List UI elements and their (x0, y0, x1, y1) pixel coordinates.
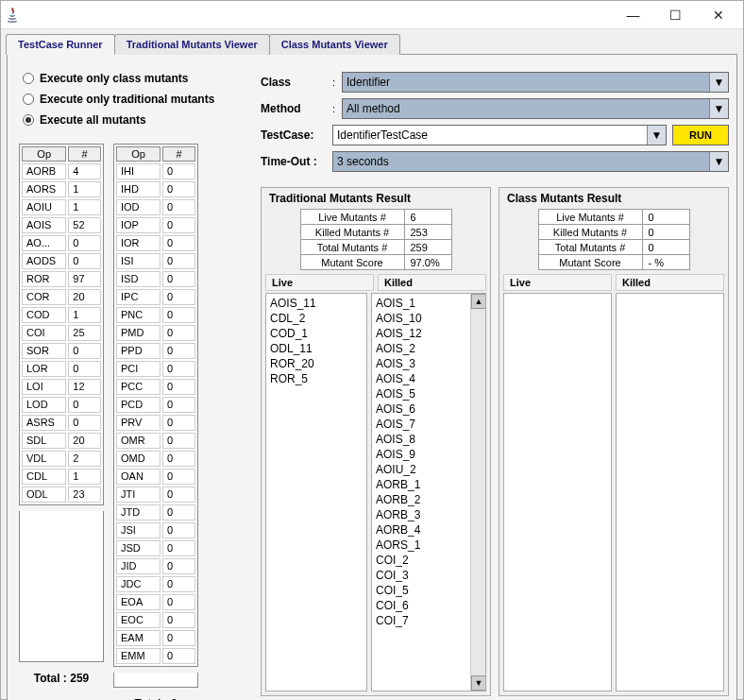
table-row[interactable]: LOI12 (22, 379, 101, 395)
radio-all-mutants[interactable]: Execute all mutants (23, 113, 251, 127)
op-header[interactable]: Op (22, 146, 66, 162)
tab-class-mutants-viewer[interactable]: Class Mutants Viewer (269, 34, 400, 55)
table-row[interactable]: EOA0 (116, 594, 195, 610)
list-item[interactable]: AOIS_1 (376, 296, 468, 311)
list-item[interactable]: AOIS_4 (376, 371, 468, 386)
timeout-combo[interactable]: 3 seconds ▼ (332, 151, 729, 172)
scroll-down-icon[interactable]: ▼ (471, 675, 486, 691)
table-row[interactable]: OMD0 (116, 451, 195, 467)
list-item[interactable]: AORB_2 (376, 492, 468, 507)
radio-only-traditional[interactable]: Execute only traditional mutants (23, 93, 251, 106)
table-row[interactable]: JSI0 (116, 522, 195, 538)
table-row[interactable]: JSD0 (116, 540, 195, 556)
table-row[interactable]: CDL1 (22, 469, 101, 485)
list-item[interactable]: AORB_4 (376, 522, 468, 538)
testcase-combo[interactable]: IdentifierTestCase ▼ (332, 125, 667, 145)
table-row[interactable]: IOD0 (116, 199, 195, 215)
class-killed-list[interactable] (616, 293, 724, 691)
list-item[interactable]: ROR_20 (270, 356, 363, 371)
table-row[interactable]: COR20 (22, 289, 101, 305)
table-row[interactable]: LOD0 (22, 397, 101, 413)
scrollbar[interactable]: ▲ ▼ (470, 294, 485, 691)
table-row[interactable]: JDC0 (116, 576, 195, 592)
class-combo[interactable]: Identifier ▼ (342, 72, 729, 93)
table-row[interactable]: AO...0 (22, 235, 101, 251)
table-row[interactable]: AOIS52 (22, 217, 101, 233)
list-item[interactable]: AOIS_10 (376, 311, 468, 326)
list-item[interactable]: AOIS_7 (376, 417, 468, 432)
table-row[interactable]: IHI0 (116, 163, 195, 179)
table-row[interactable]: EAM0 (116, 630, 195, 646)
table-row[interactable]: PPD0 (116, 343, 195, 359)
list-item[interactable]: AOIS_8 (376, 432, 468, 447)
table-row[interactable]: LOR0 (22, 361, 101, 377)
traditional-live-list[interactable]: AOIS_11CDL_2COD_1ODL_11ROR_20ROR_5 (265, 293, 367, 691)
list-item[interactable]: ODL_11 (270, 341, 363, 356)
table-row[interactable]: ROR97 (22, 271, 101, 287)
table-row[interactable]: PCD0 (116, 397, 195, 413)
list-item[interactable]: AORB_3 (376, 507, 468, 522)
table-row[interactable]: ASRS0 (22, 415, 101, 431)
tab-traditional-mutants-viewer[interactable]: Traditional Mutants Viewer (114, 34, 270, 55)
list-item[interactable]: AOIU_2 (376, 462, 468, 477)
table-row[interactable]: OMR0 (116, 433, 195, 449)
table-row[interactable]: PCI0 (116, 361, 195, 377)
count-header[interactable]: # (68, 146, 101, 162)
method-combo[interactable]: All method ▼ (342, 98, 729, 119)
table-row[interactable]: SOR0 (22, 343, 101, 359)
table-row[interactable]: AOIU1 (22, 199, 101, 215)
table-row[interactable]: IPC0 (116, 289, 195, 305)
table-row[interactable]: JTD0 (116, 504, 195, 521)
table-row[interactable]: JID0 (116, 558, 195, 574)
table-row[interactable]: ISD0 (116, 271, 195, 287)
minimize-button[interactable]: — (612, 1, 654, 29)
class-live-list[interactable] (503, 293, 612, 691)
table-row[interactable]: PCC0 (116, 379, 195, 395)
list-item[interactable]: AORS_1 (376, 538, 468, 553)
table-row[interactable]: JTI0 (116, 487, 195, 503)
list-item[interactable]: COI_2 (376, 553, 468, 568)
tab-testcase-runner[interactable]: TestCase Runner (6, 34, 115, 55)
table-row[interactable]: EOC0 (116, 612, 195, 628)
table-row[interactable]: AORB4 (22, 163, 101, 179)
scroll-up-icon[interactable]: ▲ (471, 294, 486, 309)
list-item[interactable]: COI_7 (376, 613, 468, 628)
table-row[interactable]: AODS0 (22, 253, 101, 269)
count-header[interactable]: # (162, 146, 195, 162)
list-item[interactable]: ROR_5 (270, 371, 363, 386)
table-row[interactable]: PRV0 (116, 415, 195, 431)
list-item[interactable]: COI_3 (376, 568, 468, 583)
table-row[interactable]: OAN0 (116, 469, 195, 485)
table-row[interactable]: EMM0 (116, 648, 195, 664)
list-item[interactable]: COD_1 (270, 326, 363, 341)
traditional-killed-list[interactable]: AOIS_1AOIS_10AOIS_12AOIS_2AOIS_3AOIS_4AO… (371, 293, 486, 691)
radio-only-class[interactable]: Execute only class mutants (23, 72, 251, 85)
close-button[interactable]: ✕ (697, 1, 739, 29)
table-row[interactable]: VDL2 (22, 451, 101, 467)
list-item[interactable]: CDL_2 (270, 311, 363, 326)
list-item[interactable]: COI_6 (376, 598, 468, 613)
op-header[interactable]: Op (116, 146, 161, 162)
table-row[interactable]: ODL23 (22, 487, 101, 503)
table-row[interactable]: PMD0 (116, 325, 195, 341)
table-row[interactable]: AORS1 (22, 181, 101, 197)
list-item[interactable]: AOIS_9 (376, 447, 468, 462)
list-item[interactable]: AOIS_2 (376, 341, 468, 356)
table-row[interactable]: ISI0 (116, 253, 195, 269)
list-item[interactable]: AOIS_5 (376, 386, 468, 401)
run-button[interactable]: RUN (672, 125, 729, 145)
table-row[interactable]: IOP0 (116, 217, 195, 233)
list-item[interactable]: AOIS_6 (376, 401, 468, 417)
list-item[interactable]: AOIS_12 (376, 326, 468, 341)
table-row[interactable]: COD1 (22, 307, 101, 323)
table-row[interactable]: IOR0 (116, 235, 195, 251)
table-row[interactable]: SDL20 (22, 433, 101, 449)
list-item[interactable]: AOIS_3 (376, 356, 468, 371)
table-row[interactable]: PNC0 (116, 307, 195, 323)
list-item[interactable]: AOIS_11 (270, 296, 363, 311)
maximize-button[interactable]: ☐ (654, 1, 697, 29)
list-item[interactable]: COI_5 (376, 583, 468, 598)
list-item[interactable]: AORB_1 (376, 477, 468, 492)
table-row[interactable]: COI25 (22, 325, 101, 341)
table-row[interactable]: IHD0 (116, 181, 195, 197)
